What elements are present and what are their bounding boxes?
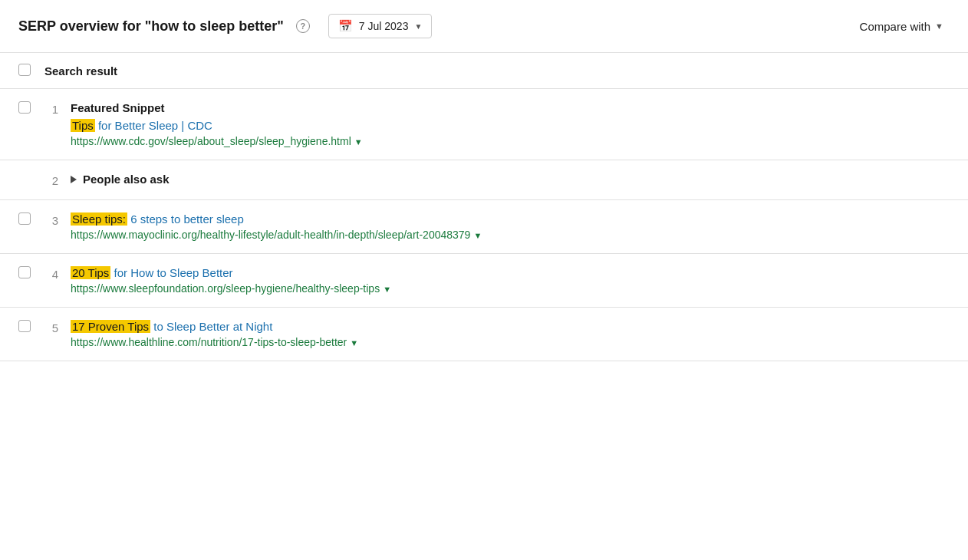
row-5-content: 17 Proven Tips to Sleep Better at Night … bbox=[71, 320, 950, 348]
row-5-title-rest: to Sleep Better at Night bbox=[150, 320, 272, 333]
table-row: 4 20 Tips for How to Sleep Better https:… bbox=[0, 254, 968, 308]
header-checkbox-wrap[interactable] bbox=[18, 64, 32, 77]
row-4-number: 4 bbox=[44, 266, 58, 281]
row-1-content: Featured Snippet Tips for Better Sleep |… bbox=[71, 101, 950, 147]
row-3-title-link[interactable]: Sleep tips: 6 steps to better sleep bbox=[71, 212, 244, 226]
table-row: 1 Featured Snippet Tips for Better Sleep… bbox=[0, 89, 968, 160]
row-5-checkbox-wrap[interactable] bbox=[18, 320, 32, 334]
people-also-ask-label: People also ask bbox=[71, 173, 950, 186]
row-1-url-link[interactable]: https://www.cdc.gov/sleep/about_sleep/sl… bbox=[71, 135, 351, 147]
row-5-checkbox[interactable] bbox=[18, 320, 31, 332]
row-2-checkbox-placeholder bbox=[18, 173, 32, 186]
row-4-checkbox-wrap[interactable] bbox=[18, 266, 32, 280]
row-5-url-link[interactable]: https://www.healthline.com/nutrition/17-… bbox=[71, 336, 347, 348]
table-row: 3 Sleep tips: 6 steps to better sleep ht… bbox=[0, 200, 968, 254]
row-1-title-highlight: Tips bbox=[71, 119, 95, 132]
row-4-content: 20 Tips for How to Sleep Better https://… bbox=[71, 266, 950, 295]
row-1-checkbox[interactable] bbox=[18, 101, 31, 114]
search-result-column-label: Search result bbox=[44, 64, 117, 77]
date-chevron-icon: ▼ bbox=[414, 22, 422, 31]
row-3-url-link[interactable]: https://www.mayoclinic.org/healthy-lifes… bbox=[71, 229, 470, 241]
row-2-content: People also ask bbox=[71, 173, 950, 186]
row-4-url-chevron-icon[interactable]: ▼ bbox=[383, 285, 391, 294]
expand-triangle-icon[interactable] bbox=[71, 176, 77, 183]
date-picker-button[interactable]: 📅 7 Jul 2023 ▼ bbox=[328, 14, 433, 38]
row-5-url-chevron-icon[interactable]: ▼ bbox=[350, 338, 358, 348]
table-header-row: Search result bbox=[0, 53, 968, 89]
row-4-url: https://www.sleepfoundation.org/sleep-hy… bbox=[71, 282, 950, 295]
row-4-checkbox[interactable] bbox=[18, 266, 31, 278]
calendar-icon: 📅 bbox=[338, 19, 353, 33]
table-row: 2 People also ask bbox=[0, 160, 968, 200]
row-4-title-highlight: 20 Tips bbox=[71, 266, 110, 279]
row-5-number: 5 bbox=[44, 320, 58, 334]
row-5-url: https://www.healthline.com/nutrition/17-… bbox=[71, 336, 950, 348]
row-3-title-rest: 6 steps to better sleep bbox=[127, 212, 244, 226]
row-1-title-rest: for Better Sleep | CDC bbox=[95, 119, 212, 132]
row-1-url-chevron-icon[interactable]: ▼ bbox=[354, 137, 363, 147]
table-row: 5 17 Proven Tips to Sleep Better at Nigh… bbox=[0, 308, 968, 361]
page-header: SERP overview for "how to sleep better" … bbox=[0, 0, 968, 53]
help-icon[interactable]: ? bbox=[296, 19, 310, 33]
row-2-number: 2 bbox=[44, 173, 58, 187]
row-1-number: 1 bbox=[44, 101, 58, 116]
row-3-content: Sleep tips: 6 steps to better sleep http… bbox=[71, 212, 950, 241]
row-1-title-link[interactable]: Tips for Better Sleep | CDC bbox=[71, 119, 212, 132]
row-4-title: 20 Tips for How to Sleep Better bbox=[71, 266, 950, 279]
row-3-number: 3 bbox=[44, 212, 58, 227]
row-3-checkbox-wrap[interactable] bbox=[18, 212, 32, 226]
date-label: 7 Jul 2023 bbox=[359, 20, 409, 32]
row-3-checkbox[interactable] bbox=[18, 212, 31, 225]
row-1-type: Featured Snippet bbox=[71, 101, 950, 114]
row-1-title: Tips for Better Sleep | CDC bbox=[71, 119, 950, 132]
row-1-url: https://www.cdc.gov/sleep/about_sleep/sl… bbox=[71, 135, 950, 147]
select-all-checkbox[interactable] bbox=[18, 64, 31, 76]
compare-label: Compare with bbox=[860, 20, 931, 33]
row-5-title-highlight: 17 Proven Tips bbox=[71, 320, 150, 333]
row-1-checkbox-wrap[interactable] bbox=[18, 101, 32, 115]
row-4-title-rest: for How to Sleep Better bbox=[110, 266, 232, 279]
compare-chevron-icon: ▼ bbox=[935, 21, 943, 31]
row-4-title-link[interactable]: 20 Tips for How to Sleep Better bbox=[71, 266, 233, 279]
paa-text: People also ask bbox=[83, 173, 170, 186]
row-3-title-highlight: Sleep tips: bbox=[71, 212, 127, 226]
page-title: SERP overview for "how to sleep better" bbox=[18, 18, 284, 35]
row-4-url-link[interactable]: https://www.sleepfoundation.org/sleep-hy… bbox=[71, 282, 380, 295]
row-5-title-link[interactable]: 17 Proven Tips to Sleep Better at Night bbox=[71, 320, 272, 333]
row-3-url: https://www.mayoclinic.org/healthy-lifes… bbox=[71, 229, 950, 241]
row-3-title: Sleep tips: 6 steps to better sleep bbox=[71, 212, 950, 226]
row-3-url-chevron-icon[interactable]: ▼ bbox=[473, 231, 482, 240]
row-5-title: 17 Proven Tips to Sleep Better at Night bbox=[71, 320, 950, 333]
compare-with-button[interactable]: Compare with ▼ bbox=[854, 15, 950, 38]
